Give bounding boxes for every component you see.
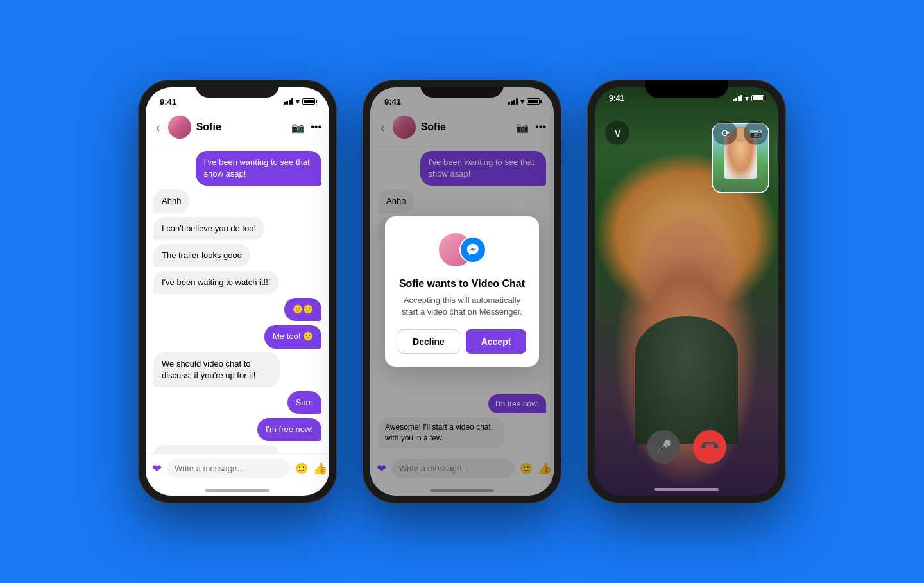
video-toggle-button[interactable]: 📷 <box>744 121 768 145</box>
home-indicator-1 <box>205 489 270 492</box>
avatar-img-1 <box>168 116 191 139</box>
msg-1-5: I've been waiting to watch it!!! <box>153 271 278 294</box>
battery-icon-3 <box>751 95 764 101</box>
video-icon: 📷 <box>749 127 762 139</box>
video-call-button-1[interactable]: 📷 <box>291 121 304 134</box>
home-indicator-3 <box>654 488 719 491</box>
video-chat-modal: Sofie wants to Video Chat Accepting this… <box>385 216 539 367</box>
msg-1-2: Ahhh <box>153 189 189 213</box>
input-bar-1: ❤ 🙂 👍 <box>146 453 329 487</box>
heart-icon-1[interactable]: ❤ <box>152 462 162 476</box>
end-call-button[interactable]: 📞 <box>693 430 726 464</box>
msg-1-4: The trailer looks good <box>153 244 250 267</box>
modal-avatars <box>398 232 526 268</box>
notch-1 <box>196 80 279 98</box>
camera-switch-icon: ⟳ <box>721 127 730 139</box>
status-icons-1: ▾ <box>284 98 315 106</box>
camera-switch-button[interactable]: ⟳ <box>713 121 737 145</box>
person-body <box>635 316 738 444</box>
msg-1-6: 🙂🙂 <box>284 298 321 321</box>
header-icons-1: 📷 ••• <box>291 121 321 134</box>
msg-1-9: Sure <box>287 391 321 414</box>
mic-icon: 🎤 <box>656 439 672 455</box>
modal-description: Accepting this will automatically start … <box>398 295 526 318</box>
modal-buttons: Decline Accept <box>398 329 526 354</box>
modal-overlay: Sofie wants to Video Chat Accepting this… <box>370 87 554 496</box>
video-top-controls: ∨ ⟳ 📷 <box>595 116 778 150</box>
phone-3: 9:41 ▾ ∨ <box>587 80 786 503</box>
status-bar-3: 9:41 ▾ <box>595 87 778 105</box>
modal-title: Sofie wants to Video Chat <box>398 278 526 290</box>
mute-button[interactable]: 🎤 <box>647 430 680 464</box>
modal-messenger-icon <box>459 236 486 263</box>
phone-3-screen: 9:41 ▾ ∨ <box>595 87 778 496</box>
msg-1-1: I've been wanting to see that show asap! <box>196 151 322 186</box>
emoji-button-1[interactable]: 🙂 <box>295 462 308 474</box>
chevron-down-icon: ∨ <box>613 127 622 139</box>
msg-1-11: Awesome! I'll start a video chat with yo… <box>153 445 280 453</box>
messages-area-1: I've been wanting to see that show asap!… <box>146 144 329 453</box>
phone-1: 9:41 ▾ ‹ Sofie 📷 ••• <box>138 80 337 503</box>
back-button-1[interactable]: ‹ <box>153 119 163 136</box>
contact-name-1: Sofie <box>196 121 287 133</box>
video-bottom-controls: 🎤 📞 <box>595 430 778 464</box>
battery-icon-1 <box>302 98 315 105</box>
end-call-icon: 📞 <box>699 436 721 458</box>
phone-2-screen: 9:41 ▾ ‹ Sofie 📷 ••• <box>370 87 554 496</box>
msg-1-10: I'm free now! <box>257 418 321 441</box>
phone-1-screen: 9:41 ▾ ‹ Sofie 📷 ••• <box>146 87 329 496</box>
accept-button[interactable]: Accept <box>466 329 526 354</box>
status-time-3: 9:41 <box>609 94 624 103</box>
msg-1-7: Me too! 🙂 <box>264 325 321 348</box>
thumbs-up-button-1[interactable]: 👍 <box>313 462 327 476</box>
msg-1-8: We should video chat to discuss, if you'… <box>153 352 280 387</box>
phone-2: 9:41 ▾ ‹ Sofie 📷 ••• <box>363 80 561 503</box>
status-icons-3: ▾ <box>733 94 764 103</box>
avatar-1[interactable] <box>168 116 191 139</box>
decline-button[interactable]: Decline <box>398 329 459 354</box>
top-right-controls: ⟳ 📷 <box>713 121 768 145</box>
wifi-icon-1: ▾ <box>296 98 300 106</box>
more-button-1[interactable]: ••• <box>311 121 321 133</box>
minimize-button[interactable]: ∨ <box>605 121 629 145</box>
message-input-1[interactable] <box>167 459 290 478</box>
wifi-icon-3: ▾ <box>745 94 749 103</box>
chat-header-1: ‹ Sofie 📷 ••• <box>146 112 329 144</box>
video-call-screen: 9:41 ▾ ∨ <box>595 87 778 496</box>
signal-icon-3 <box>733 95 742 101</box>
msg-1-3: I can't believe you do too! <box>153 217 264 240</box>
signal-icon-1 <box>284 98 293 105</box>
status-time-1: 9:41 <box>160 97 176 107</box>
